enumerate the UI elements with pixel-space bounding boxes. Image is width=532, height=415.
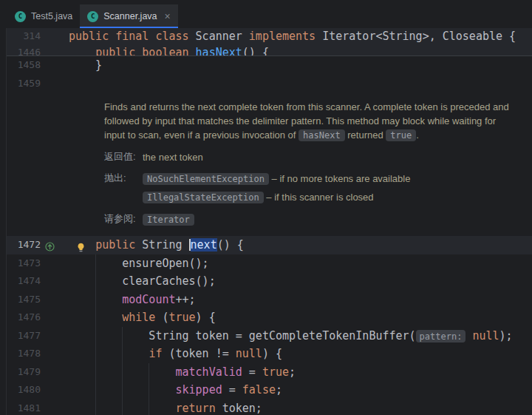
code-text[interactable]: if (token != null) { xyxy=(69,345,532,363)
tab-scanner-java[interactable]: C Scanner.java × xyxy=(80,4,177,28)
code-line[interactable]: 314public final class Scanner implements… xyxy=(7,28,532,44)
doc-text: followed by input that matches the delim… xyxy=(104,115,496,126)
java-class-icon: C xyxy=(15,11,26,22)
indent-guide xyxy=(95,399,96,415)
indent-guide xyxy=(95,363,96,382)
code-token: next xyxy=(191,238,217,252)
indent-guide xyxy=(122,327,123,345)
indent-guide xyxy=(149,381,149,399)
code-line[interactable]: 1475 modCount++; xyxy=(7,291,532,309)
indent-guide xyxy=(122,399,123,415)
line-number[interactable]: 1472 xyxy=(7,236,69,254)
code-text[interactable]: modCount++; xyxy=(69,291,532,309)
code-line[interactable]: 1472 public String next() { xyxy=(7,236,532,254)
doc-text: – if no more tokens are available xyxy=(269,173,411,184)
indent-guide xyxy=(122,381,123,399)
code-token: return xyxy=(176,402,216,415)
code-line[interactable]: 1476 while (true) { xyxy=(7,308,532,327)
doc-text: Finds and returns the next complete toke… xyxy=(104,101,509,112)
code-text[interactable]: } xyxy=(69,56,532,75)
line-number[interactable]: 1458 xyxy=(7,56,69,75)
java-class-icon: C xyxy=(87,11,98,22)
line-number[interactable]: 1459 xyxy=(7,75,69,93)
code-token: = xyxy=(242,365,262,379)
code-token: public final class xyxy=(69,30,189,43)
line-number[interactable]: 1480 xyxy=(7,381,69,399)
code-text[interactable]: while (true) { xyxy=(69,308,532,327)
close-icon[interactable]: × xyxy=(165,11,171,21)
line-number[interactable]: 1476 xyxy=(7,308,69,327)
code-editor[interactable]: 314public final class Scanner implements… xyxy=(0,28,532,415)
code-text[interactable]: return token; xyxy=(69,399,532,415)
line-number[interactable]: 1478 xyxy=(7,345,69,363)
code-token: () { xyxy=(217,238,244,252)
doc-line: Iterator xyxy=(143,212,194,227)
tab-test5-java[interactable]: C Test5.java xyxy=(7,4,80,28)
indent-guide xyxy=(122,345,123,363)
code-text[interactable]: matchValid = true; xyxy=(69,363,532,382)
code-text[interactable]: ensureOpen(); xyxy=(69,254,532,273)
code-token: ++; xyxy=(176,293,196,306)
doc-line: NoSuchElementException – if no more toke… xyxy=(143,172,410,186)
doc-code-chip[interactable]: hasNext xyxy=(299,129,345,141)
code-token: ensureOpen(); xyxy=(69,257,209,270)
code-token: modCount xyxy=(122,293,175,306)
doc-text: . xyxy=(416,129,419,141)
doc-section: 抛出:NoSuchElementException – if no more t… xyxy=(104,172,509,205)
doc-code-chip[interactable]: NoSuchElementException xyxy=(143,173,269,185)
code-token xyxy=(69,46,95,55)
code-line[interactable]: 1479 matchValid = true; xyxy=(7,363,532,382)
code-token: matchValid xyxy=(176,365,242,379)
doc-section-label: 请参阅: xyxy=(104,212,143,227)
code-line[interactable]: 1446 public boolean hasNext() { xyxy=(7,44,532,55)
doc-section-content: NoSuchElementException – if no more toke… xyxy=(143,172,410,205)
code-text[interactable]: skipped = false; xyxy=(69,381,532,399)
line-number[interactable]: 1481 xyxy=(7,399,69,415)
code-text[interactable]: public boolean hasNext() { xyxy=(69,44,532,55)
code-text[interactable]: public final class Scanner implements It… xyxy=(69,28,532,44)
doc-section-content: the next token xyxy=(143,150,203,164)
doc-line: IllegalStateException – if this scanner … xyxy=(143,190,410,205)
code-text[interactable]: public String next() { xyxy=(69,236,532,254)
tool-window-stripe-divider xyxy=(6,28,7,415)
code-line[interactable]: 1481 return token; xyxy=(7,399,532,415)
doc-section: 返回值:the next token xyxy=(104,150,509,164)
code-token: true xyxy=(262,365,289,379)
code-token: = xyxy=(222,383,242,397)
line-number[interactable]: 314 xyxy=(7,28,69,44)
code-line[interactable]: 1473 ensureOpen(); xyxy=(7,254,532,273)
code-line[interactable]: 1480 skipped = false; xyxy=(7,381,532,399)
code-line[interactable]: 1477 String token = getCompleteTokenInBu… xyxy=(7,327,532,345)
code-line[interactable]: 1478 if (token != null) { xyxy=(7,345,532,363)
doc-code-chip[interactable]: Iterator xyxy=(143,214,194,226)
code-token: while xyxy=(122,311,162,324)
code-line[interactable]: 1458 } xyxy=(7,56,532,75)
doc-paragraph: Finds and returns the next complete toke… xyxy=(104,100,509,143)
indent-guide xyxy=(95,345,96,363)
code-line[interactable]: 1474 clearCaches(); xyxy=(7,272,532,291)
overrides-method-icon[interactable] xyxy=(45,240,55,249)
code-line[interactable]: 1459 xyxy=(7,75,532,93)
code-token: public boolean xyxy=(95,46,195,55)
line-number[interactable]: 1477 xyxy=(7,327,69,345)
code-token: } xyxy=(69,58,102,72)
intention-bulb-icon[interactable] xyxy=(76,240,86,249)
line-number[interactable]: 1473 xyxy=(7,254,69,273)
code-token: String token = getCompleteTokenInBuffer( xyxy=(69,329,416,343)
code-text[interactable]: clearCaches(); xyxy=(69,272,532,291)
line-number[interactable]: 1446 xyxy=(7,44,69,55)
code-token: ); xyxy=(499,329,513,343)
code-token: true xyxy=(168,311,195,324)
doc-line: followed by input that matches the delim… xyxy=(104,114,509,128)
doc-line: Finds and returns the next complete toke… xyxy=(104,100,509,114)
line-number[interactable]: 1474 xyxy=(7,272,69,291)
doc-section-content: Iterator xyxy=(143,212,194,227)
code-token: ) { xyxy=(196,311,216,324)
code-token: ; xyxy=(289,365,296,379)
doc-code-chip[interactable]: IllegalStateException xyxy=(143,192,264,203)
line-number[interactable]: 1475 xyxy=(7,291,69,309)
code-token: if xyxy=(149,347,168,360)
code-text[interactable] xyxy=(69,75,532,93)
code-text[interactable]: String token = getCompleteTokenInBuffer(… xyxy=(69,327,532,345)
line-number[interactable]: 1479 xyxy=(7,363,69,382)
